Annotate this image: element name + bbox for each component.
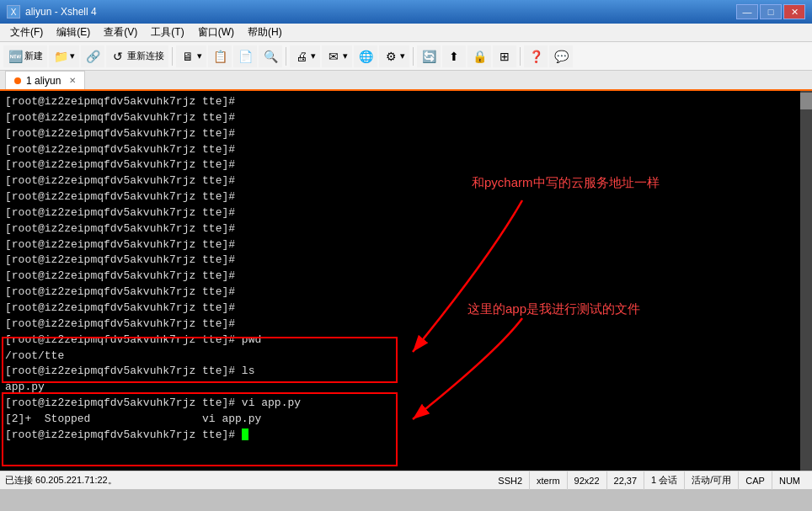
compose-button[interactable]: ✉ ▾	[322, 45, 352, 67]
print-button[interactable]: 🖨 ▾	[290, 45, 320, 67]
tab-aliyun[interactable]: 1 aliyun ✕	[5, 71, 85, 89]
menu-bar: 文件(F) 编辑(E) 查看(V) 工具(T) 窗口(W) 帮助(H)	[0, 24, 812, 42]
close-button[interactable]: ✕	[783, 4, 805, 19]
settings-icon: ⚙	[383, 49, 398, 64]
folder-icon: 📁	[53, 49, 68, 64]
dropdown-arrow2: ▾	[197, 51, 202, 61]
cursor-position: 22,37	[606, 471, 644, 490]
lock-icon: 🔒	[472, 49, 487, 64]
scrollbar-thumb[interactable]	[800, 93, 812, 109]
lock-button[interactable]: 🔒	[467, 45, 491, 67]
terminal-line: [root@iz2zeipmqfdv5akvuhk7rjz tte]#	[5, 126, 795, 142]
toolbar-separator-3	[413, 47, 414, 66]
menu-tools[interactable]: 工具(T)	[144, 24, 190, 41]
title-bar-left: X aliyun - Xshell 4	[7, 5, 97, 19]
terminal-cursor	[242, 428, 248, 440]
tab-close-button[interactable]: ✕	[69, 76, 76, 85]
terminal-line: [root@iz2zeipmqfdv5akvuhk7rjz tte]#	[5, 269, 795, 285]
terminal-line: [root@iz2zeipmqfdv5akvuhk7rjz tte]#	[5, 142, 795, 158]
menu-edit[interactable]: 编辑(E)	[50, 24, 97, 41]
minimize-button[interactable]: —	[736, 4, 758, 19]
title-bar: X aliyun - Xshell 4 — □ ✕	[0, 0, 812, 24]
terminal-line: [root@iz2zeipmqfdv5akvuhk7rjz tte]#	[5, 189, 795, 205]
toolbar-separator-4	[520, 47, 521, 66]
num-indicator: NUM	[772, 471, 807, 490]
app-icon: X	[7, 5, 20, 19]
terminal-container: [root@iz2zeipmqfdv5akvuhk7rjz tte]#[root…	[0, 91, 812, 471]
terminal-line: [root@iz2zeipmqfdv5akvuhk7rjz tte]#	[5, 157, 795, 173]
terminal-line: [root@iz2zeipmqfdv5akvuhk7rjz tte]#	[5, 110, 795, 126]
terminal-line: [root@iz2zeipmqfdv5akvuhk7rjz tte]#	[5, 253, 795, 269]
terminal-line: [root@iz2zeipmqfdv5akvuhk7rjz tte]#	[5, 237, 795, 253]
transfer-button[interactable]: ⬆	[442, 45, 466, 67]
window-title: aliyun - Xshell 4	[25, 6, 97, 18]
monitor-button[interactable]: 🖥 ▾	[176, 45, 206, 67]
grid-button[interactable]: ⊞	[493, 45, 516, 67]
settings-button[interactable]: ⚙ ▾	[379, 45, 409, 67]
reconnect-button[interactable]: ↺ 重新连接	[106, 45, 168, 67]
grid-icon: ⊞	[497, 49, 512, 64]
new-button[interactable]: 🆕 新建	[3, 45, 47, 67]
ssh-version: SSH2	[491, 471, 529, 490]
scrollbar[interactable]	[800, 91, 812, 471]
terminal-line: app.py	[5, 380, 795, 396]
toolbar-separator-2	[286, 47, 286, 66]
terminal-line: [root@iz2zeipmqfdv5akvuhk7rjz tte]#	[5, 301, 795, 317]
chain-icon: 🔗	[85, 49, 100, 64]
maximize-button[interactable]: □	[760, 4, 782, 19]
terminal-line: [2]+ Stopped vi app.py	[5, 412, 795, 428]
terminal-line: [root@iz2zeipmqfdv5akvuhk7rjz tte]#	[5, 94, 795, 110]
cap-indicator: CAP	[738, 471, 772, 490]
chat-button[interactable]: 💬	[549, 45, 573, 67]
connection-status: 已连接 60.205.221.71:22。	[5, 474, 117, 487]
session-count: 1 会话	[644, 471, 684, 490]
terminal-line: [root@iz2zeipmqfdv5akvuhk7rjz tte]#	[5, 285, 795, 301]
globe-button[interactable]: 🌐	[354, 45, 377, 67]
folder-button[interactable]: 📁 ▾	[49, 45, 79, 67]
chain-button[interactable]: 🔗	[81, 45, 104, 67]
transfer-icon: ⬆	[446, 49, 462, 64]
menu-file[interactable]: 文件(F)	[3, 24, 50, 41]
chat-icon: 💬	[553, 49, 569, 64]
tab-bar: 1 aliyun ✕	[0, 71, 812, 91]
search-button[interactable]: 🔍	[259, 45, 282, 67]
sftp-icon: 🔄	[421, 49, 436, 64]
globe-icon: 🌐	[358, 49, 373, 64]
terminal-line: [root@iz2zeipmqfdv5akvuhk7rjz tte]#	[5, 317, 795, 333]
sftp-button[interactable]: 🔄	[417, 45, 441, 67]
terminal-line: [root@iz2zeipmqfdv5akvuhk7rjz tte]# vi a…	[5, 396, 795, 412]
monitor-icon: 🖥	[180, 49, 195, 64]
status-bar: 已连接 60.205.221.71:22。 SSH2 xterm 92x22 2…	[0, 471, 812, 489]
help-button[interactable]: ❓	[524, 45, 548, 67]
copy-button[interactable]: 📋	[208, 45, 232, 67]
terminal-line: /root/tte	[5, 349, 795, 365]
tab-label: 1 aliyun	[26, 75, 61, 87]
toolbar: 🆕 新建 📁 ▾ 🔗 ↺ 重新连接 🖥 ▾ 📋 📄 🔍 🖨 ▾ ✉ ▾ 🌐 ⚙ …	[0, 42, 812, 71]
new-icon: 🆕	[8, 49, 23, 64]
terminal-line: [root@iz2zeipmqfdv5akvuhk7rjz tte]#	[5, 428, 795, 444]
status-right: SSH2 xterm 92x22 22,37 1 会话 活动/可用 CAP NU…	[491, 471, 807, 490]
help-icon: ❓	[528, 49, 543, 64]
activity-status: 活动/可用	[684, 471, 738, 490]
menu-view[interactable]: 查看(V)	[97, 24, 144, 41]
dropdown-arrow: ▾	[70, 51, 75, 61]
paste-icon: 📄	[238, 49, 253, 64]
terminal-line: [root@iz2zeipmqfdv5akvuhk7rjz tte]#	[5, 173, 795, 189]
toolbar-separator-1	[172, 47, 173, 66]
search-icon: 🔍	[263, 49, 278, 64]
dropdown-arrow3: ▾	[311, 51, 316, 61]
menu-window[interactable]: 窗口(W)	[191, 24, 241, 41]
terminal-line: [root@iz2zeipmqfdv5akvuhk7rjz tte]# pwd	[5, 333, 795, 349]
window-controls[interactable]: — □ ✕	[736, 4, 805, 19]
menu-help[interactable]: 帮助(H)	[241, 24, 289, 41]
copy-icon: 📋	[212, 49, 227, 64]
print-icon: 🖨	[294, 49, 309, 64]
terminal-line: [root@iz2zeipmqfdv5akvuhk7rjz tte]#	[5, 221, 795, 237]
terminal[interactable]: [root@iz2zeipmqfdv5akvuhk7rjz tte]#[root…	[0, 91, 800, 471]
status-left: 已连接 60.205.221.71:22。	[5, 474, 117, 487]
terminal-type: xterm	[529, 471, 567, 490]
terminal-size: 92x22	[567, 471, 606, 490]
dropdown-arrow4: ▾	[343, 51, 348, 61]
dropdown-arrow5: ▾	[400, 51, 405, 61]
paste-button[interactable]: 📄	[233, 45, 257, 67]
